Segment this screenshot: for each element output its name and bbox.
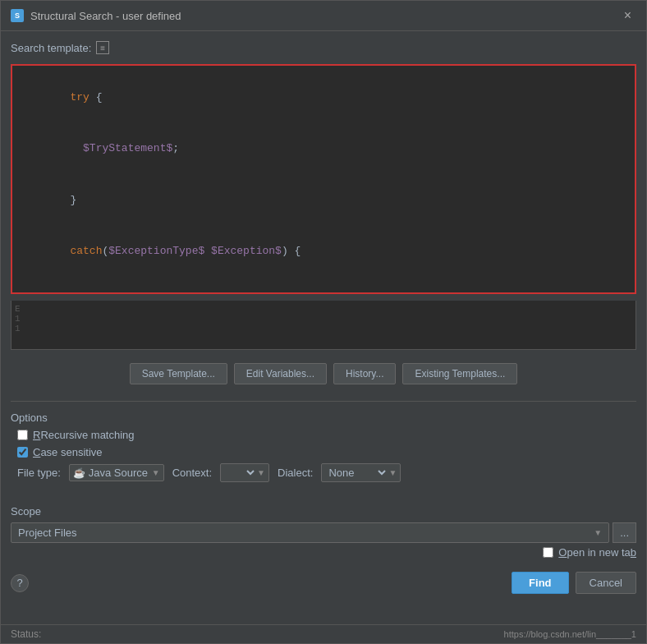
- dialog-title: Structural Search - user defined: [30, 10, 181, 22]
- help-button[interactable]: ?: [11, 574, 29, 592]
- cancel-button[interactable]: Cancel: [576, 572, 636, 594]
- file-type-select-wrapper: ☕ Java Source XML HTML CSS JavaScript ▼: [69, 464, 164, 481]
- recursive-matching-checkbox[interactable]: [17, 430, 28, 440]
- scope-section: Scope Project Files Module Files Directo…: [11, 505, 636, 559]
- dialog-body: Search template: ≡ try { $TryStatement$;…: [1, 31, 646, 624]
- title-bar: S Structural Search - user defined ×: [1, 1, 646, 31]
- watermark: https://blog.csdn.net/lin_______1: [504, 629, 636, 639]
- dialect-dropdown-arrow: ▼: [388, 468, 397, 477]
- recursive-matching-label[interactable]: RRecursive matching: [33, 429, 135, 441]
- context-label: Context:: [172, 467, 212, 479]
- open-new-tab-label[interactable]: Open in new tab: [558, 546, 636, 559]
- history-button[interactable]: History...: [333, 363, 396, 384]
- open-new-tab-row: Open in new tab: [11, 546, 636, 559]
- code-line-5: $CatchStatement$;: [19, 278, 628, 294]
- existing-templates-button[interactable]: Existing Templates...: [402, 363, 517, 384]
- divider-1: [11, 401, 636, 402]
- status-bar: Status: https://blog.csdn.net/lin_______…: [1, 624, 646, 643]
- options-section-title: Options: [11, 412, 636, 424]
- code-editor[interactable]: try { $TryStatement$; } catch($Exception…: [11, 64, 636, 294]
- dialect-select-wrapper: None Java 1.4 Java 1.5+ ▼: [321, 463, 401, 482]
- toolbar: Save Template... Edit Variables... Histo…: [11, 356, 636, 391]
- context-dropdown-arrow: ▼: [257, 468, 265, 477]
- recursive-matching-row: RRecursive matching: [11, 429, 636, 441]
- code-line-4: catch($ExceptionType$ $Exception$) {: [19, 226, 628, 277]
- find-button[interactable]: Find: [512, 572, 568, 594]
- close-button[interactable]: ×: [619, 7, 636, 24]
- case-sensitive-label[interactable]: Case sensitive: [33, 446, 103, 458]
- svg-text:S: S: [15, 12, 20, 20]
- file-type-row: File type: ☕ Java Source XML HTML CSS Ja…: [11, 463, 636, 482]
- java-icon: ☕: [73, 467, 85, 479]
- search-template-label: Search template: ≡: [11, 41, 636, 54]
- spacer-1: [11, 489, 636, 495]
- code-line-2: $TryStatement$;: [19, 123, 628, 174]
- edit-variables-button[interactable]: Edit Variables...: [234, 363, 327, 384]
- dialect-select[interactable]: None Java 1.4 Java 1.5+: [325, 466, 388, 480]
- scope-dropdown-arrow: ▼: [594, 528, 602, 537]
- file-type-dropdown-arrow: ▼: [152, 468, 160, 477]
- structural-search-dialog: S Structural Search - user defined × Sea…: [0, 0, 647, 644]
- code-line-3: }: [19, 175, 628, 226]
- title-bar-left: S Structural Search - user defined: [11, 9, 181, 22]
- scope-section-title: Scope: [11, 505, 636, 518]
- context-select-wrapper: Class Method Block ▼: [220, 463, 269, 482]
- file-type-label: File type:: [17, 467, 61, 479]
- file-type-select[interactable]: Java Source XML HTML CSS JavaScript: [89, 467, 149, 479]
- scope-select-wrapper: Project Files Module Files Directory Sco…: [11, 522, 609, 543]
- editor-extra: E 1 1: [11, 301, 636, 350]
- code-line-1: try {: [19, 72, 628, 123]
- case-sensitive-checkbox[interactable]: [17, 447, 28, 458]
- save-template-button[interactable]: Save Template...: [130, 363, 227, 384]
- template-icon[interactable]: ≡: [96, 41, 109, 54]
- action-buttons: Find Cancel: [512, 572, 636, 594]
- app-icon: S: [11, 9, 24, 22]
- open-new-tab-checkbox[interactable]: [543, 547, 553, 558]
- context-select[interactable]: Class Method Block: [224, 466, 257, 480]
- case-sensitive-row: Case sensitive: [11, 446, 636, 458]
- scope-row: Project Files Module Files Directory Sco…: [11, 522, 636, 543]
- status-label: Status:: [11, 628, 41, 640]
- scope-select[interactable]: Project Files Module Files Directory Sco…: [18, 527, 590, 539]
- scope-dots-button[interactable]: ...: [613, 522, 636, 543]
- options-section: Options RRecursive matching Case sensiti…: [11, 412, 636, 482]
- action-row: ? Find Cancel: [11, 572, 636, 594]
- dialect-label: Dialect:: [278, 467, 313, 479]
